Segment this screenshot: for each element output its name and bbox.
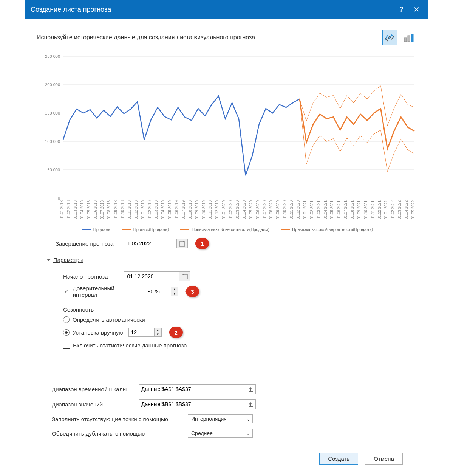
cancel-button[interactable]: Отмена [365,453,403,465]
titlebar: Создание листа прогноза ? ✕ [25,0,428,19]
svg-text:01.08.2021: 01.08.2021 [350,200,354,219]
svg-text:01.06.2021: 01.06.2021 [337,200,341,219]
timeline-range-input[interactable] [139,384,246,394]
aggregate-label: Объединить дубликаты с помощью [52,430,188,437]
svg-text:01.06.2020: 01.06.2020 [256,200,260,219]
seasonality-up-button[interactable]: ▲ [155,328,161,332]
line-chart-icon [384,33,396,42]
svg-text:01.12.2021: 01.12.2021 [377,200,382,219]
svg-text:01.06.2018: 01.06.2018 [93,200,97,219]
chart-type-bar-button[interactable] [401,30,416,45]
confidence-up-button[interactable]: ▲ [171,287,178,291]
svg-rect-72 [182,274,187,279]
svg-text:01.02.2018: 01.02.2018 [66,200,71,219]
svg-text:01.12.2018: 01.12.2018 [134,200,138,219]
values-range-picker-button[interactable] [246,399,256,409]
forecast-end-label: Завершение прогноза [56,240,113,247]
svg-text:01.05.2020: 01.05.2020 [249,200,253,219]
help-button[interactable]: ? [394,2,409,17]
svg-rect-0 [404,38,407,42]
svg-text:01.08.2020: 01.08.2020 [269,200,273,219]
confidence-checkbox[interactable] [63,288,70,295]
svg-text:01.11.2018: 01.11.2018 [127,200,131,219]
svg-text:01.02.2020: 01.02.2020 [229,200,233,219]
window-title: Создание листа прогноза [31,6,394,14]
svg-text:01.07.2021: 01.07.2021 [343,200,348,219]
aggregate-dropdown[interactable]: Среднее ⌄ [188,429,253,438]
seasonality-auto-radio[interactable] [63,316,70,323]
svg-text:01.01.2019: 01.01.2019 [141,200,145,219]
fill-missing-label: Заполнить отсутствующие точки с помощью [52,416,188,422]
confidence-down-button[interactable]: ▼ [171,291,178,296]
svg-text:01.03.2020: 01.03.2020 [235,200,240,219]
svg-text:150 000: 150 000 [45,111,60,115]
svg-text:01.10.2018: 01.10.2018 [121,200,125,219]
svg-text:01.07.2020: 01.07.2020 [263,200,267,219]
svg-text:01.10.2019: 01.10.2019 [202,200,206,219]
values-range-input[interactable] [139,399,246,409]
annotation-2: 2 [169,327,183,338]
close-button[interactable]: ✕ [409,2,424,17]
annotation-1: 1 [195,238,209,249]
svg-text:01.03.2018: 01.03.2018 [73,200,77,219]
range-select-icon [248,386,254,392]
svg-text:01.01.2020: 01.01.2020 [222,200,226,219]
include-stats-checkbox[interactable] [63,342,70,349]
svg-text:01.04.2020: 01.04.2020 [242,200,246,219]
svg-text:100 000: 100 000 [45,139,60,144]
svg-text:01.03.2021: 01.03.2021 [317,200,321,219]
forecast-start-datepicker-button[interactable] [179,271,190,281]
svg-text:01.11.2021: 01.11.2021 [371,200,375,219]
fill-missing-dropdown[interactable]: Интерполяция ⌄ [188,414,253,423]
forecast-end-datepicker-button[interactable] [177,239,188,248]
svg-text:01.04.2021: 01.04.2021 [323,200,328,219]
subtitle: Используйте исторические данные для созд… [37,34,382,41]
values-range-label: Диапазон значений [52,401,139,408]
svg-text:01.05.2018: 01.05.2018 [87,200,91,219]
svg-text:01.12.2019: 01.12.2019 [215,200,219,219]
svg-rect-2 [411,34,413,42]
svg-text:01.09.2018: 01.09.2018 [114,200,118,219]
svg-text:01.04.2019: 01.04.2019 [161,200,165,219]
svg-text:01.01.2022: 01.01.2022 [384,200,388,219]
create-button[interactable]: Создать [319,453,358,465]
seasonality-manual-radio[interactable] [63,329,70,336]
svg-text:01.07.2019: 01.07.2019 [181,200,186,219]
svg-text:01.09.2019: 01.09.2019 [195,200,199,219]
seasonality-down-button[interactable]: ▼ [155,332,161,336]
svg-text:01.09.2020: 01.09.2020 [276,200,280,219]
forecast-start-label: ННачало прогнозаачало прогноза [63,273,108,280]
svg-text:01.03.2019: 01.03.2019 [154,200,158,219]
chart-type-line-button[interactable] [382,30,397,45]
svg-text:0: 0 [58,196,60,200]
svg-text:01.04.2018: 01.04.2018 [80,200,84,219]
forecast-dialog: Создание листа прогноза ? ✕ Используйте … [25,0,428,476]
svg-text:01.02.2019: 01.02.2019 [148,200,152,219]
chevron-down-icon: ⌄ [244,415,252,423]
svg-text:01.04.2022: 01.04.2022 [404,200,408,219]
svg-text:01.05.2021: 01.05.2021 [330,200,334,219]
include-stats-label: Включить статистические данные прогноза [73,342,187,349]
seasonality-manual-input[interactable] [128,328,155,337]
forecast-start-input[interactable] [124,271,179,281]
svg-rect-68 [179,242,185,246]
calendar-icon [179,240,185,247]
svg-text:01.11.2020: 01.11.2020 [289,200,294,219]
confidence-input[interactable] [145,287,171,296]
svg-text:50 000: 50 000 [47,167,60,172]
svg-text:01.09.2021: 01.09.2021 [357,200,361,219]
chart-legend: Продажи Прогноз(Продажи) Привязка низкой… [40,227,414,232]
svg-text:01.02.2021: 01.02.2021 [310,200,314,219]
svg-text:01.10.2021: 01.10.2021 [364,200,368,219]
forecast-end-input[interactable] [121,239,177,248]
options-expander[interactable]: Параметры [46,257,416,263]
chevron-down-icon: ⌄ [244,429,252,437]
svg-text:01.02.2022: 01.02.2022 [391,200,395,219]
timeline-range-picker-button[interactable] [246,384,256,394]
timeline-range-label: Диапазон временной шкалы [52,386,139,392]
annotation-3: 3 [186,286,199,297]
svg-text:200 000: 200 000 [45,82,60,87]
calendar-icon [182,273,188,279]
confidence-label: Доверительный интервал [73,285,139,298]
svg-text:01.08.2019: 01.08.2019 [188,200,192,219]
